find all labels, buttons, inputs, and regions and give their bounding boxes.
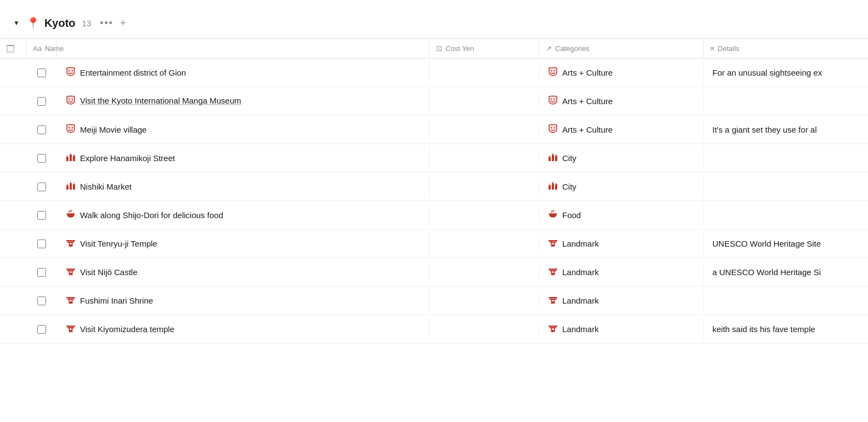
categories-col-icon: ↗ [546,44,552,53]
col-header-name: Aa Name [26,39,57,58]
row-name-text-1[interactable]: Entertainment district of Gion [80,67,186,78]
row-cat-label-9: Landmark [562,296,599,305]
row-cost-6[interactable] [430,210,539,221]
row-checkbox-4[interactable] [26,154,57,163]
row-cost-3[interactable] [430,124,539,135]
row-name-text-5[interactable]: Nishiki Market [80,181,132,192]
row-name-text-10[interactable]: Visit Kiyomizudera temple [80,323,174,335]
row-cost-1[interactable] [430,67,539,78]
svg-rect-69 [66,326,75,327]
svg-rect-19 [552,155,554,161]
row-details-2 [704,96,868,107]
row-category-6[interactable]: Food [539,204,704,227]
row-category-1[interactable]: Arts + Culture [539,61,704,84]
svg-rect-15 [67,155,68,157]
svg-rect-68 [67,327,74,328]
checkbox-4[interactable] [37,154,46,163]
row-cat-icon-2 [548,95,558,107]
row-name-text-2[interactable]: Visit the Kyoto International Manga Muse… [80,95,241,106]
checkbox-5[interactable] [37,183,46,191]
group-header: ▼ 📍 Kyoto 13 ••• + [0,11,868,38]
checkbox-7[interactable] [37,239,46,248]
row-category-9[interactable]: Landmark [539,289,704,312]
row-cat-icon-4 [548,152,558,164]
row-cat-label-10: Landmark [562,324,599,334]
checkbox-9[interactable] [37,296,46,305]
svg-rect-30 [549,185,551,190]
row-cat-icon-3 [548,124,558,136]
row-category-4[interactable]: City [539,147,704,170]
group-options-button[interactable]: ••• [100,18,113,29]
row-checkbox-7[interactable] [26,239,57,248]
row-cat-icon-7 [548,238,558,250]
svg-rect-29 [74,183,75,184]
row-category-3[interactable]: Arts + Culture [539,118,704,141]
col-header-categories[interactable]: ↗ Categories [539,39,704,58]
row-details-6 [704,210,868,221]
row-cat-icon-1 [548,67,558,79]
row-cost-5[interactable] [430,181,539,192]
row-checkbox-8[interactable] [26,268,57,277]
row-checkbox-2[interactable] [26,97,57,106]
row-category-8[interactable]: Landmark [539,261,704,284]
col-header-cost[interactable]: ⊡ Cost Yen [430,39,539,58]
row-cat-label-8: Landmark [562,267,599,277]
checkbox-2[interactable] [37,97,46,106]
table-row: Visit Nijō Castle Landmark a UNESCO Worl… [0,258,868,287]
row-category-7[interactable]: Landmark [539,232,704,255]
row-name-text-9[interactable]: Fushimi Inari Shrine [80,295,153,306]
svg-point-11 [554,127,555,128]
svg-rect-14 [73,156,75,161]
row-cost-9[interactable] [430,295,539,306]
row-checkbox-10[interactable] [26,325,57,334]
svg-rect-49 [66,269,75,270]
row-name-text-7[interactable]: Visit Tenryu-ji Temple [80,238,157,249]
row-cost-4[interactable] [430,153,539,164]
svg-rect-67 [552,301,554,304]
row-details-10: keith said its his fave temple [704,319,868,339]
checkbox-1[interactable] [37,69,46,77]
row-cat-label-4: City [562,153,576,163]
row-checkbox-3[interactable] [26,126,57,134]
row-name-text-4[interactable]: Explore Hanamikoji Street [80,152,175,164]
svg-point-2 [551,70,552,71]
cost-col-icon: ⊡ [436,44,442,53]
row-category-2[interactable]: Arts + Culture [539,90,704,113]
details-col-label: Details [718,44,740,53]
row-details-4 [704,153,868,164]
row-category-icon-7 [66,238,76,250]
collapse-icon[interactable]: ▼ [13,19,20,27]
svg-rect-32 [555,184,557,190]
checkbox-6[interactable] [37,211,46,220]
checkbox-10[interactable] [37,325,46,334]
table-body: Entertainment district of Gion Arts + Cu… [0,59,868,344]
row-cost-8[interactable] [430,267,539,278]
svg-rect-26 [73,184,75,190]
table-row: Visit Kiyomizudera temple Landmark keith… [0,315,868,344]
row-category-icon-6 [66,209,76,221]
checkbox-8[interactable] [37,268,46,277]
row-checkbox-9[interactable] [26,296,57,305]
svg-rect-28 [71,181,71,183]
add-item-button[interactable]: + [120,18,126,29]
row-name-text-8[interactable]: Visit Nijō Castle [80,266,138,278]
svg-rect-27 [67,184,68,185]
row-checkbox-6[interactable] [26,211,57,220]
row-name-text-6[interactable]: Walk along Shijo-Dori for delicious food [80,209,223,221]
svg-rect-42 [70,244,72,247]
col-header-details[interactable]: ≡ Details [704,39,868,58]
checkbox-3[interactable] [37,126,46,134]
name-col-icon: Aa [33,44,42,53]
row-details-7: UNESCO World Heritage Site [704,233,868,254]
row-checkbox-1[interactable] [26,69,57,77]
row-cost-2[interactable] [430,96,539,107]
row-checkbox-5[interactable] [26,183,57,191]
row-cost-7[interactable] [430,238,539,249]
svg-rect-17 [74,154,75,156]
svg-rect-13 [70,155,72,161]
row-cost-10[interactable] [430,324,539,335]
row-name-3: Meiji Movie village [57,118,430,141]
row-category-5[interactable]: City [539,175,704,198]
row-name-text-3[interactable]: Meiji Movie village [80,124,147,135]
row-category-10[interactable]: Landmark [539,318,704,341]
